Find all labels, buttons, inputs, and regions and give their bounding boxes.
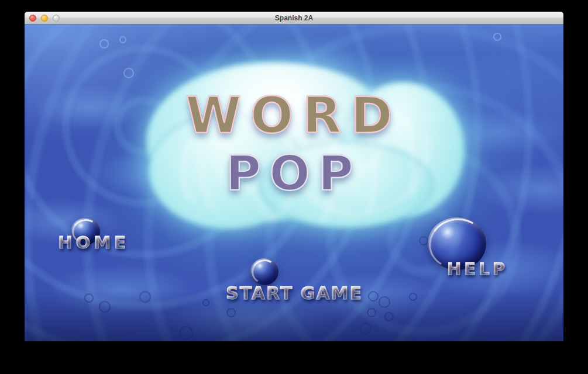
help-button-label: HELP bbox=[413, 261, 542, 278]
minimize-button[interactable] bbox=[41, 15, 48, 22]
cloud-lobe bbox=[146, 61, 399, 220]
bubble-ring bbox=[123, 68, 134, 78]
logo-word: WORD bbox=[118, 90, 469, 140]
game-logo: WORD POP bbox=[118, 90, 469, 198]
bubble-ring bbox=[99, 301, 111, 313]
cloud-highlight bbox=[171, 64, 399, 187]
game-screen: WORD POP HOME START GAME HELP bbox=[25, 25, 563, 341]
home-button[interactable]: HOME bbox=[35, 218, 152, 279]
start-game-button[interactable]: START GAME bbox=[224, 258, 365, 331]
window-title: Spanish 2A bbox=[275, 14, 313, 22]
screenshot-canvas: Spanish 2A bbox=[0, 0, 588, 374]
cloud-lobe bbox=[259, 141, 434, 228]
zoom-button[interactable] bbox=[53, 15, 60, 22]
window-controls bbox=[29, 15, 60, 22]
bubble-ring bbox=[202, 299, 209, 306]
bubble-ring bbox=[99, 39, 109, 49]
close-button[interactable] bbox=[29, 15, 36, 22]
window-titlebar[interactable]: Spanish 2A bbox=[25, 12, 563, 25]
logo-pop: POP bbox=[118, 150, 469, 198]
cloud-lobe bbox=[341, 82, 465, 217]
bubble-ring bbox=[367, 308, 376, 317]
home-button-label: HOME bbox=[35, 234, 152, 251]
bubble-ring bbox=[384, 312, 394, 321]
bubble-ring bbox=[368, 291, 379, 302]
bubble-ring bbox=[119, 36, 126, 43]
bubble-ring bbox=[179, 326, 193, 340]
bubble-ring bbox=[379, 296, 390, 308]
cloud-caustics bbox=[156, 95, 437, 223]
bubble-ring bbox=[493, 33, 501, 41]
cloud-lobe bbox=[149, 112, 307, 229]
start-game-bubble-icon bbox=[250, 258, 278, 285]
bubble-ring bbox=[139, 291, 151, 303]
help-button[interactable]: HELP bbox=[413, 217, 542, 306]
start-game-button-label: START GAME bbox=[224, 285, 365, 302]
bubble-ring bbox=[84, 293, 94, 303]
app-window: Spanish 2A bbox=[25, 12, 563, 341]
